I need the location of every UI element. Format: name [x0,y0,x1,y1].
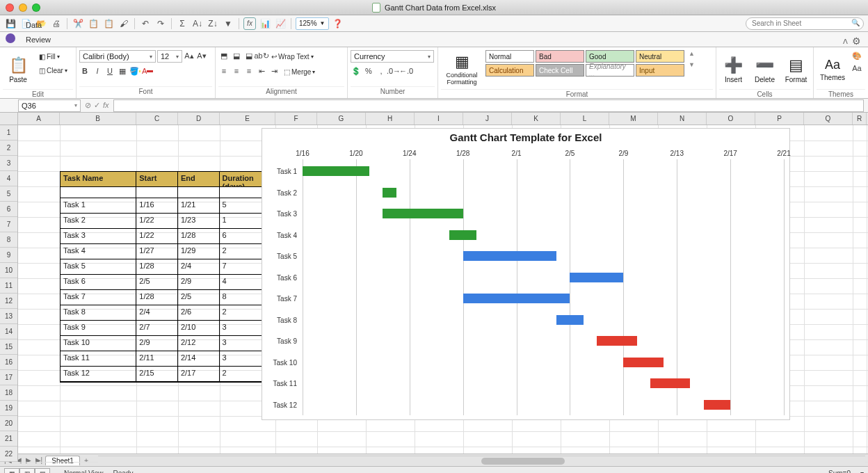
undo-icon[interactable]: ↶ [139,17,152,30]
paste-button[interactable]: 📋 Paste [3,50,33,89]
row-header[interactable]: 15 [0,339,17,355]
normal-view-button[interactable]: ▦ [4,468,19,474]
table-cell[interactable]: Task 5 [61,259,136,275]
help-icon[interactable]: ❓ [332,17,344,30]
table-cell[interactable]: Task 10 [61,336,136,351]
row-header[interactable]: 16 [0,355,17,370]
gantt-bar[interactable] [570,273,623,282]
align-bottom-icon[interactable]: ⬓ [243,50,255,61]
gantt-bar[interactable] [623,358,664,367]
row-header[interactable]: 20 [0,416,17,431]
table-cell[interactable]: Task 2 [61,214,136,229]
table-cell[interactable]: 1/22 [136,229,178,244]
cell-style-normal[interactable]: Normal [485,50,534,63]
column-header[interactable]: A [18,113,60,125]
table-cell[interactable]: Task 12 [61,367,136,382]
table-cell[interactable]: Task 8 [61,305,136,321]
zoom-level[interactable]: 125%▼ [296,17,329,30]
row-header[interactable]: 3 [0,156,17,171]
sheet-tab[interactable]: Sheet1 [45,456,80,465]
gantt-chart[interactable]: Gantt Chart Template for Excel 1/161/201… [262,128,790,420]
ribbon-settings-icon[interactable]: ⚙ [852,35,861,47]
row-header[interactable]: 13 [0,309,17,324]
table-cell[interactable]: 2/5 [178,290,220,305]
select-all-button[interactable] [0,113,18,125]
table-cell[interactable]: 2/9 [178,275,220,290]
table-cell[interactable] [136,187,178,198]
table-cell[interactable]: 1/21 [178,198,220,214]
italic-button[interactable]: I [92,65,103,77]
add-sheet-button[interactable]: ＋ [83,456,90,465]
percent-icon[interactable]: % [363,65,374,77]
column-header[interactable]: G [317,113,366,125]
cut-icon[interactable]: ✂️ [72,17,84,30]
align-middle-icon[interactable]: ⬓ [231,50,242,61]
fill-color-button[interactable]: 🪣 [129,65,140,77]
table-cell[interactable]: 2/11 [136,351,178,367]
column-header[interactable]: J [463,113,512,125]
cell-style-bad[interactable]: Bad [536,50,584,63]
table-cell[interactable]: 1/27 [136,244,178,259]
table-cell[interactable]: Task 3 [61,229,136,244]
save-icon[interactable]: 💾 [4,17,17,30]
column-header[interactable]: Q [804,113,853,125]
cell-style-explanatory-[interactable]: Explanatory ... [586,64,634,77]
row-header[interactable]: 22 [0,447,17,462]
row-header[interactable]: 14 [0,324,17,339]
table-cell[interactable]: 1/29 [178,244,220,259]
minimize-window-button[interactable] [19,3,27,12]
search-input[interactable] [746,17,864,30]
increase-decimal-icon[interactable]: .0→ [388,65,399,77]
comma-icon[interactable]: , [376,65,387,77]
table-cell[interactable]: 2/17 [178,367,220,382]
cell-style-neutral[interactable]: Neutral [636,50,684,63]
cancel-formula-icon[interactable]: ⊘ [85,101,91,110]
table-cell[interactable]: 2/10 [178,321,220,336]
orientation-icon[interactable]: ab↻ [256,50,267,61]
table-cell[interactable]: Task 7 [61,290,136,305]
chart-icon[interactable]: 📈 [274,17,287,30]
gantt-bar[interactable] [556,315,583,325]
table-cell[interactable]: 2/7 [136,321,178,336]
gantt-bar[interactable] [463,294,570,303]
row-header[interactable]: 18 [0,385,17,401]
row-header[interactable]: 21 [0,431,17,447]
font-color-button[interactable]: A [142,65,153,77]
fx-button-icon[interactable]: fx [103,101,109,110]
table-cell[interactable]: 2/15 [136,367,178,382]
gantt-bar[interactable] [383,188,396,198]
row-header[interactable]: 7 [0,217,17,232]
themes-button[interactable]: AaThemes [817,50,849,89]
table-cell[interactable]: Task 11 [61,351,136,367]
table-cell[interactable]: End [178,172,220,187]
column-header[interactable]: O [707,113,755,125]
app-menu-button[interactable] [6,33,15,43]
align-top-icon[interactable]: ⬒ [218,50,230,61]
sort-desc-icon[interactable]: Z↓ [207,17,219,30]
table-cell[interactable]: 1/16 [136,198,178,214]
sheet-nav-next-icon[interactable]: ▶ [24,456,33,464]
clear-button[interactable]: ◫Clear▾ [36,64,70,77]
table-cell[interactable]: Task 1 [61,198,136,214]
paste-icon[interactable]: 📋 [102,17,115,30]
ribbon-collapse-icon[interactable]: ᐱ [843,38,848,45]
gantt-bar[interactable] [650,378,691,388]
gantt-bar[interactable] [449,230,476,240]
table-cell[interactable]: 2/12 [178,336,220,351]
styles-scroll-down-icon[interactable]: ▼ [689,61,695,68]
status-extra-icon[interactable]: ▾ [860,470,864,473]
table-cell[interactable]: Task 6 [61,275,136,290]
gantt-bar[interactable] [597,336,637,346]
row-header[interactable]: 8 [0,232,17,248]
column-header[interactable]: B [60,113,136,125]
gantt-bar[interactable] [303,166,369,176]
format-cells-button[interactable]: ▤Format [782,50,810,89]
column-header[interactable]: C [136,113,178,125]
column-header[interactable]: P [755,113,804,125]
delete-cells-button[interactable]: ➖Delete [750,50,779,89]
row-header[interactable]: 6 [0,202,17,217]
table-cell[interactable]: 1/22 [136,214,178,229]
wrap-text-button[interactable]: ↩Wrap Text▾ [268,50,316,63]
column-header[interactable]: I [415,113,463,125]
gantt-bar[interactable] [383,209,463,218]
